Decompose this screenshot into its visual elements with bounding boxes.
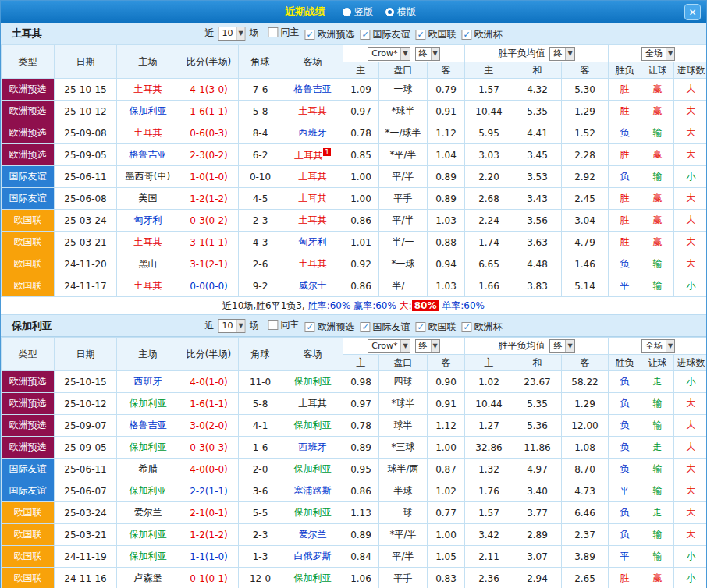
away-team-link[interactable]: 爱尔兰 [282, 524, 343, 546]
bookmaker-select[interactable]: Crow* ▼ [368, 339, 410, 353]
result: 负 [609, 166, 641, 188]
corners: 5-8 [239, 101, 282, 122]
home-team-link[interactable]: 保加利亚 [117, 524, 179, 546]
avg-final-select[interactable]: 终 ▼ [549, 339, 574, 353]
avg-final-value: 终 [553, 48, 562, 59]
scope-select[interactable]: 全场 ▼ [641, 339, 675, 353]
layout-horizontal-radio[interactable]: 横版 [385, 5, 416, 19]
filter-checkbox[interactable]: 同主 [268, 318, 300, 331]
home-team-link[interactable]: 土耳其 [117, 122, 179, 144]
filter-checkbox[interactable]: ✓欧洲预选 [305, 28, 355, 41]
filter-checkbox[interactable]: ✓欧国联 [416, 321, 457, 334]
away-team-link[interactable]: 土耳其 [282, 393, 343, 415]
away-team-link[interactable]: 保加利亚 [282, 415, 343, 437]
goals-result: 大 [674, 253, 707, 275]
home-team-link[interactable]: 墨西哥(中) [117, 166, 179, 188]
home-team-link[interactable]: 匈牙利 [117, 210, 179, 232]
score-halftime: 3-1(2-1) [179, 253, 239, 275]
filter-checkbox[interactable]: ✓欧洲预选 [305, 321, 355, 334]
filter-checkbox[interactable]: ✓国际友谊 [361, 321, 410, 334]
competition-type-badge: 欧国联 [2, 568, 55, 588]
avg-odds-draw: 3.07 [513, 546, 562, 568]
handicap-odds-controls: Crow* ▼ 终 ▼ [343, 338, 465, 355]
col-handicap: 让球 [641, 355, 674, 371]
corners: 2-3 [239, 524, 282, 546]
goals-result: 小 [674, 568, 707, 588]
filter-checkbox[interactable]: ✓国际友谊 [361, 28, 410, 41]
goals-result: 大 [674, 393, 707, 415]
away-team-link[interactable]: 塞浦路斯 [282, 480, 343, 502]
final-odds-select[interactable]: 终 ▼ [415, 339, 440, 353]
handicap-odds-away: 0.87 [428, 459, 465, 480]
handicap-odds-away: 1.05 [428, 546, 465, 568]
home-team-link[interactable]: 保加利亚 [117, 393, 179, 415]
layout-vertical-radio[interactable]: 竖版 [343, 5, 373, 19]
page-title: 近期战绩 [285, 5, 325, 19]
close-button[interactable]: ✕ [684, 4, 701, 20]
filter-checkbox[interactable]: ✓欧洲杯 [462, 28, 503, 41]
away-team-link[interactable]: 保加利亚 [282, 568, 343, 588]
handicap-line: 半/一 [379, 232, 428, 253]
col-odds-away: 客 [428, 355, 465, 371]
avg-final-select[interactable]: 终 ▼ [549, 47, 574, 61]
corners: 4-5 [239, 188, 282, 210]
handicap-line: *平/半 [379, 524, 428, 546]
home-team-link[interactable]: 卢森堡 [117, 568, 179, 588]
home-team-link[interactable]: 西班牙 [117, 371, 179, 393]
away-team-link[interactable]: 保加利亚 [282, 502, 343, 524]
matches-table: 类型 日期 主场 比分(半场) 角球 客场 Crow* ▼ 终 [1, 337, 707, 588]
avg-odds-draw: 5.35 [513, 393, 562, 415]
home-team-link[interactable]: 美国 [117, 188, 179, 210]
competition-type-badge: 欧洲预选 [2, 371, 55, 393]
filter-checkbox[interactable]: ✓欧洲杯 [462, 321, 503, 334]
away-team-link[interactable]: 土耳其 [282, 101, 343, 122]
handicap-result: 赢 [641, 568, 674, 588]
away-team-link[interactable]: 西班牙 [282, 122, 343, 144]
scope-select[interactable]: 全场 ▼ [641, 47, 675, 61]
away-team-link[interactable]: 白俄罗斯 [282, 546, 343, 568]
filter-checkbox[interactable]: ✓欧国联 [416, 28, 457, 41]
away-team-link[interactable]: 土耳其 [282, 188, 343, 210]
home-team-link[interactable]: 爱尔兰 [117, 502, 179, 524]
away-team-link[interactable]: 土耳其 [282, 166, 343, 188]
home-team-link[interactable]: 保加利亚 [117, 437, 179, 459]
home-team-link[interactable]: 土耳其 [117, 275, 179, 297]
handicap-result: 走 [641, 502, 674, 524]
away-team-link[interactable]: 保加利亚 [282, 459, 343, 480]
home-team-link[interactable]: 保加利亚 [117, 546, 179, 568]
handicap-odds-away: 0.79 [428, 79, 465, 101]
away-team-link[interactable]: 保加利亚 [282, 371, 343, 393]
corners: 7-6 [239, 79, 282, 101]
home-team-link[interactable]: 希腊 [117, 459, 179, 480]
avg-odds-home: 2.20 [465, 166, 513, 188]
away-team-link[interactable]: 威尔士 [282, 275, 343, 297]
away-team-link[interactable]: 西班牙 [282, 437, 343, 459]
away-team-link[interactable]: 土耳其1 [282, 144, 343, 166]
home-team-link[interactable]: 保加利亚 [117, 101, 179, 122]
match-filters: 近 10 ▼ 场 同主✓欧洲预选✓国际友谊✓欧国联✓欧洲杯 [204, 318, 502, 334]
final-odds-select[interactable]: 终 ▼ [415, 47, 440, 61]
away-team-link[interactable]: 土耳其 [282, 253, 343, 275]
handicap-line: *球半 [379, 101, 428, 122]
home-team-link[interactable]: 土耳其 [117, 232, 179, 253]
result: 负 [609, 393, 641, 415]
home-team-link[interactable]: 格鲁吉亚 [117, 415, 179, 437]
filter-checkbox-label: 欧洲预选 [318, 28, 355, 41]
away-team-link[interactable]: 格鲁吉亚 [282, 79, 343, 101]
handicap-odds-home: 0.97 [343, 393, 379, 415]
handicap-line: 半球 [379, 480, 428, 502]
handicap-line: 平/半 [379, 210, 428, 232]
home-team-link[interactable]: 黑山 [117, 253, 179, 275]
away-team-link[interactable]: 匈牙利 [282, 232, 343, 253]
home-team-link[interactable]: 格鲁吉亚 [117, 144, 179, 166]
home-team-link[interactable]: 土耳其 [117, 79, 179, 101]
match-count-select[interactable]: 10 ▼ [218, 27, 245, 41]
match-count-select[interactable]: 10 ▼ [218, 319, 245, 333]
score-halftime: 2-3(0-2) [179, 144, 239, 166]
away-team-link[interactable]: 土耳其 [282, 210, 343, 232]
home-team-link[interactable]: 保加利亚 [117, 480, 179, 502]
bookmaker-select[interactable]: Crow* ▼ [368, 47, 410, 61]
filter-checkbox[interactable]: 同主 [268, 26, 300, 39]
match-date: 24-11-16 [55, 568, 117, 588]
competition-type-badge: 欧国联 [2, 232, 55, 253]
